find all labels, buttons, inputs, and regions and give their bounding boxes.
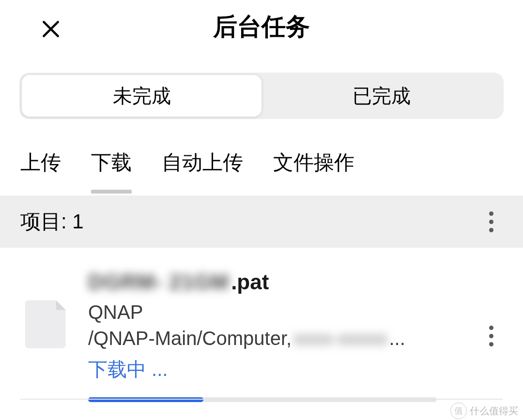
summary-count: 1 bbox=[72, 210, 83, 233]
watermark: 值 什么值得买 bbox=[450, 403, 518, 419]
header: 后台任务 bbox=[0, 0, 523, 53]
status-text: 下载中 ... bbox=[88, 356, 503, 383]
page-title: 后台任务 bbox=[19, 11, 504, 43]
tab-download[interactable]: 下载 bbox=[91, 149, 132, 194]
summary-more-button[interactable] bbox=[479, 206, 503, 237]
watermark-text: 什么值得买 bbox=[470, 405, 518, 418]
summary-bar: 项目: 1 bbox=[0, 195, 523, 248]
file-source: QNAP bbox=[88, 299, 503, 325]
file-path-prefix: /QNAP-Main/Computer, bbox=[88, 325, 292, 351]
file-path-redacted: xxxx-xxxxx bbox=[292, 325, 389, 351]
kebab-dot-icon bbox=[489, 342, 493, 346]
progress-track bbox=[88, 397, 437, 402]
kebab-dot-icon bbox=[489, 334, 493, 338]
tab-auto-upload[interactable]: 自动上传 bbox=[162, 149, 243, 194]
file-name-ext: .pat bbox=[231, 270, 269, 294]
tab-file-ops[interactable]: 文件操作 bbox=[273, 149, 354, 194]
file-path-tail: ... bbox=[389, 325, 405, 351]
kebab-dot-icon bbox=[489, 228, 493, 232]
subtabs: 上传 下载 自动上传 文件操作 bbox=[0, 119, 523, 195]
segment-complete[interactable]: 已完成 bbox=[262, 75, 501, 117]
kebab-dot-icon bbox=[489, 220, 493, 224]
item-more-button[interactable] bbox=[479, 320, 503, 351]
tab-upload[interactable]: 上传 bbox=[20, 149, 61, 194]
download-item: DGRM- 21GM.pat QNAP /QNAP-Main/Computer,… bbox=[0, 248, 523, 402]
watermark-badge-icon: 值 bbox=[450, 403, 467, 419]
summary-text: 项目: 1 bbox=[20, 208, 84, 235]
kebab-dot-icon bbox=[489, 326, 493, 330]
file-path: /QNAP-Main/Computer, xxxx-xxxxx... bbox=[88, 325, 503, 351]
item-body: DGRM- 21GM.pat QNAP /QNAP-Main/Computer,… bbox=[88, 270, 503, 402]
summary-label: 项目: bbox=[20, 210, 67, 233]
file-name-redacted: DGRM- 21GM bbox=[88, 270, 231, 294]
segmented-control: 未完成 已完成 bbox=[19, 73, 504, 119]
file-name: DGRM- 21GM.pat bbox=[88, 270, 503, 294]
close-button[interactable] bbox=[36, 15, 65, 44]
progress-bar bbox=[88, 397, 203, 402]
segment-incomplete[interactable]: 未完成 bbox=[22, 75, 262, 117]
divider bbox=[20, 399, 503, 400]
kebab-dot-icon bbox=[489, 211, 493, 216]
file-icon bbox=[20, 296, 74, 349]
close-icon bbox=[40, 18, 62, 40]
